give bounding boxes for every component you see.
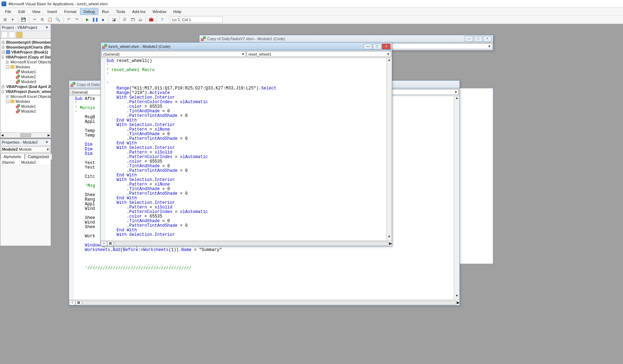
collapse-icon[interactable]: -: [2, 56, 4, 59]
menu-format[interactable]: Format: [61, 8, 80, 15]
menu-insert[interactable]: Insert: [44, 8, 61, 15]
project-tree[interactable]: +BloombergUI (Bloomberg+BloombergUIChart…: [0, 39, 51, 132]
horizontal-scrollbar[interactable]: [114, 241, 388, 246]
reset-icon[interactable]: ■: [99, 16, 106, 23]
design-mode-icon[interactable]: ◪: [110, 16, 117, 23]
close-button[interactable]: ×: [382, 44, 390, 49]
expand-icon[interactable]: +: [2, 85, 4, 88]
tree-item[interactable]: Module1: [1, 69, 50, 74]
paste-icon[interactable]: 📋: [47, 16, 54, 23]
scroll-right-icon[interactable]: ▶: [48, 133, 50, 137]
close-icon[interactable]: ×: [44, 140, 49, 145]
scroll-up-icon[interactable]: ▲: [387, 58, 392, 64]
vertical-scrollbar[interactable]: ▲ ▼: [454, 96, 459, 300]
tree-item[interactable]: Module3: [1, 79, 50, 84]
code-window-lunch-wheel[interactable]: lunch_wheel.xlsm - Module2 (Code) — □ × …: [100, 42, 392, 246]
tree-item[interactable]: Module1: [1, 104, 50, 109]
module-icon: [16, 80, 20, 84]
expand-icon[interactable]: +: [2, 51, 5, 54]
window-titlebar[interactable]: lunch_wheel.xlsm - Module2 (Code) — □ ×: [101, 43, 392, 50]
menu-addins[interactable]: Add-Ins: [129, 8, 149, 15]
expand-icon[interactable]: +: [2, 46, 4, 49]
window-titlebar[interactable]: Copy of DailyTasksV7.xlsm - Module1 (Cod…: [199, 35, 493, 43]
close-icon[interactable]: ×: [44, 25, 49, 30]
scroll-right-icon[interactable]: ▶: [457, 300, 459, 305]
expand-icon[interactable]: +: [6, 95, 8, 98]
property-row[interactable]: (Name) Module2: [0, 159, 51, 165]
tree-item[interactable]: +BloombergUI (Bloomberg: [1, 40, 50, 45]
help-icon[interactable]: ?: [159, 16, 166, 23]
procedure-combo[interactable]: reset_wheel1 ▾: [247, 51, 391, 57]
tree-item[interactable]: +VBAProject (End April 20: [1, 84, 50, 89]
tree-item[interactable]: Module2: [1, 74, 50, 79]
tree-item[interactable]: Module2: [1, 109, 50, 114]
collapse-icon[interactable]: -: [6, 100, 9, 103]
maximize-button[interactable]: □: [373, 44, 381, 49]
find-icon[interactable]: 🔍: [54, 16, 61, 23]
tab-categorized[interactable]: Categorized: [25, 153, 52, 159]
run-icon[interactable]: ▶: [84, 16, 91, 23]
object-combo[interactable]: (General) ▾: [101, 51, 246, 57]
maximize-button[interactable]: □: [474, 36, 482, 42]
tree-item[interactable]: +BloombergUICharts (Blo: [1, 45, 50, 50]
object-browser-icon[interactable]: 🗂: [137, 16, 144, 23]
tab-alphabetic[interactable]: Alphabetic: [0, 153, 25, 159]
scroll-down-icon[interactable]: ▼: [454, 294, 459, 300]
menu-tools[interactable]: Tools: [112, 8, 129, 15]
project-explorer-icon[interactable]: ☰: [121, 16, 128, 23]
minimize-button[interactable]: —: [465, 36, 473, 42]
collapse-icon[interactable]: -: [2, 90, 4, 93]
tree-item[interactable]: +VBAProject (Book1): [1, 50, 50, 55]
close-button[interactable]: ×: [483, 36, 492, 42]
object-combo-value: (General): [103, 52, 119, 56]
horizontal-scrollbar[interactable]: [82, 301, 456, 305]
project-toolbar: [0, 31, 51, 39]
redo-icon[interactable]: ↷: [73, 16, 80, 23]
cut-icon[interactable]: ✂: [31, 16, 38, 23]
menu-debug[interactable]: Debug: [80, 8, 98, 15]
minimize-button[interactable]: —: [364, 44, 372, 49]
view-object-icon[interactable]: [9, 32, 15, 38]
code-editor[interactable]: Sub reset_wheel1() ' ' reset_wheel Macro…: [105, 58, 386, 240]
procedure-view-icon[interactable]: ≡: [101, 241, 107, 246]
prop-combo-type: Module: [19, 147, 32, 151]
scroll-thumb[interactable]: [20, 133, 31, 137]
tree-item[interactable]: +Microsoft Excel Objects: [1, 59, 50, 64]
procedure-view-icon[interactable]: ≡: [69, 300, 75, 305]
tree-item[interactable]: -VBAProject (Copy of Dai: [1, 55, 50, 59]
scroll-down-icon[interactable]: ▼: [387, 235, 392, 240]
break-icon[interactable]: ❚❚: [92, 16, 99, 23]
collapse-icon[interactable]: -: [6, 65, 9, 69]
toggle-folders-icon[interactable]: [16, 32, 23, 38]
view-code-icon[interactable]: [1, 32, 8, 38]
scroll-right-icon[interactable]: ▶: [389, 241, 392, 246]
toolbox-icon[interactable]: 🧰: [148, 16, 155, 23]
excel-icon[interactable]: ⊞: [1, 16, 8, 23]
undo-icon[interactable]: ↶: [65, 16, 72, 23]
menu-run[interactable]: Run: [98, 8, 112, 15]
scroll-up-icon[interactable]: ▲: [454, 96, 459, 102]
menu-view[interactable]: View: [29, 8, 44, 15]
menu-window[interactable]: Window: [149, 8, 170, 15]
copy-icon[interactable]: ⧉: [39, 16, 46, 23]
menu-file[interactable]: File: [1, 8, 15, 15]
menu-edit[interactable]: Edit: [15, 8, 29, 15]
vertical-scrollbar[interactable]: ▲ ▼: [386, 58, 392, 240]
full-module-view-icon[interactable]: ▦: [75, 300, 82, 305]
tree-item[interactable]: -Modules: [1, 64, 50, 69]
properties-object-combo[interactable]: Module2 Module ▾: [1, 146, 50, 152]
properties-icon[interactable]: 🗔: [129, 16, 136, 23]
menu-help[interactable]: Help: [170, 8, 185, 15]
expand-icon[interactable]: +: [6, 61, 8, 64]
tree-item[interactable]: -Modules: [1, 99, 50, 104]
full-module-view-icon[interactable]: ▦: [107, 241, 113, 246]
view-toggle-icon[interactable]: ▾: [9, 16, 16, 23]
save-icon[interactable]: 💾: [20, 16, 27, 23]
tree-item-label: Module2: [21, 109, 36, 114]
tree-item[interactable]: +Microsoft Excel Objects: [1, 94, 50, 99]
property-value[interactable]: Module2: [20, 159, 37, 165]
expand-icon[interactable]: +: [2, 41, 4, 44]
tree-item[interactable]: -VBAProject (lunch_whee: [1, 89, 50, 94]
scroll-left-icon[interactable]: ◀: [1, 133, 4, 137]
horizontal-scrollbar[interactable]: ◀ ▶: [0, 132, 51, 137]
